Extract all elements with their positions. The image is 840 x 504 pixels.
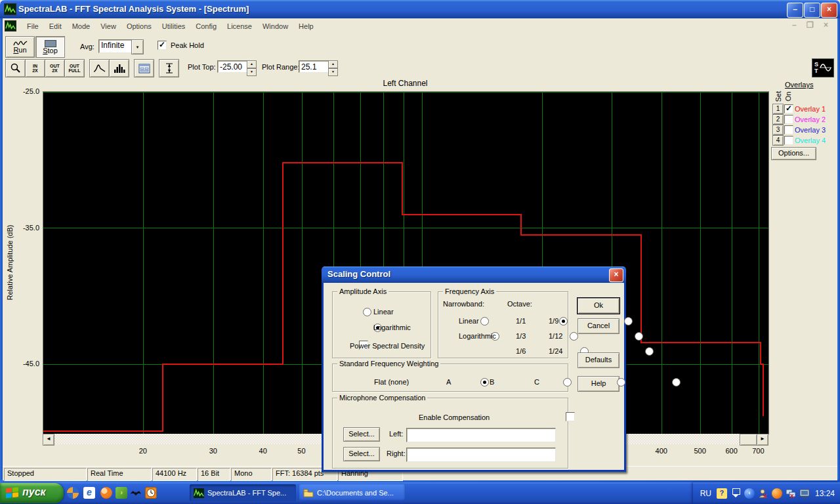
tray-help-icon[interactable]: ? [717,488,727,499]
tray-clock[interactable]: 13:24 [815,489,835,498]
weighting-b-radio[interactable] [617,378,625,387]
defaults-button[interactable]: Defaults [578,352,620,368]
help-button[interactable]: Help [578,376,620,392]
octave-1-24-radio[interactable] [645,347,654,356]
quicklaunch-green-app-icon[interactable]: › [116,487,127,499]
zoom-cursor-button[interactable] [5,59,26,77]
overlay-2-checkbox[interactable] [784,115,793,124]
tray-network-offline-icon[interactable]: x [786,488,796,499]
menu-window[interactable]: Window [257,20,293,32]
frequency-linear-radio[interactable] [480,317,489,326]
plot-top-spin-up[interactable]: ▲ [247,60,257,68]
right-file-label: Right: [387,450,406,457]
avg-dropdown[interactable]: Infinite [98,39,134,53]
ok-button[interactable]: Ok [578,298,620,314]
maximize-button[interactable]: □ [804,3,820,18]
status-sample-rate: 44100 Hz [152,468,197,481]
mdi-window-buttons[interactable]: – ❐ × [792,20,832,30]
dialog-close-button[interactable]: × [609,268,623,282]
overlay-1-set-button[interactable]: 1 [772,104,784,114]
octave-1-9-radio[interactable] [624,317,633,326]
menu-file[interactable]: File [22,20,44,32]
plot-range-spin-down[interactable]: ▼ [328,68,338,76]
tray-messenger-offline-icon[interactable]: x [758,488,768,499]
signal-generator-button[interactable]: S T [812,58,834,77]
zoom-out-2x-button[interactable]: OUT 2X [45,59,65,77]
amplitude-linear-radio[interactable] [363,308,371,316]
status-run-state: Stopped [4,468,87,481]
select-left-button[interactable]: Select... [343,427,380,442]
stop-button[interactable]: Stop [35,36,65,58]
left-file-input[interactable] [406,428,556,442]
plot-top-spin-down[interactable]: ▼ [247,68,257,76]
weighting-a-radio[interactable] [563,378,572,387]
weighting-a-label: A [446,378,451,386]
menu-options[interactable]: Options [121,20,157,32]
taskbar-button-explorer[interactable]: C:\Documents and Se... [299,484,406,501]
tray-orange-app-icon[interactable] [772,488,782,499]
avg-dropdown-arrow[interactable]: ▼ [131,39,144,54]
peak-hold-checkbox[interactable] [158,41,167,50]
spectrum-view-button[interactable] [89,59,110,77]
menu-utilities[interactable]: Utilities [157,20,190,32]
taskbar-button-spectralab[interactable]: SpectraLAB - FFT Spe... [190,484,296,501]
scroll-right-button[interactable]: ► [757,434,768,446]
plot-range-spin-up[interactable]: ▲ [328,60,338,68]
overlay-1-checkbox[interactable] [784,104,793,114]
y-axis-title: Relative Amplitude (dB) [6,225,14,301]
overlays-on-column-label: On [784,92,792,102]
svg-text:x: x [790,492,794,499]
overlay-4-set-button[interactable]: 4 [772,135,784,146]
quicklaunch-browser-icon[interactable]: e [83,487,95,499]
taskbar-button-explorer-label: C:\Documents and Se... [317,489,394,497]
quicklaunch-orange-app-icon[interactable] [100,487,112,499]
overlay-3-set-button[interactable]: 3 [772,125,784,135]
weighting-flat-radio[interactable] [480,378,489,387]
vertical-scale-button[interactable] [159,59,179,77]
weighting-c-radio[interactable] [672,378,681,387]
plot-top-input[interactable] [217,60,249,73]
quicklaunch-media-player-icon[interactable] [67,487,79,499]
menu-mode[interactable]: Mode [67,20,96,32]
select-right-button[interactable]: Select... [343,447,380,461]
octave-1-1-radio[interactable] [559,317,568,326]
start-button[interactable]: пуск [0,483,64,503]
menu-view[interactable]: View [95,20,121,32]
zoom-out-full-button[interactable]: OUT FULL [64,59,85,77]
zoom-in-2x-button[interactable]: IN 2X [25,59,45,77]
menu-license[interactable]: License [222,20,257,32]
quicklaunch-clock-icon[interactable] [145,487,157,499]
quicklaunch-bat-icon[interactable] [130,487,142,499]
overlay-4-checkbox[interactable] [784,136,793,145]
plot-range-input[interactable] [299,60,330,73]
tray-display-icon[interactable] [799,488,810,499]
overlay-3-checkbox[interactable] [784,125,793,135]
menu-config[interactable]: Config [190,20,222,32]
tray-collapse-chevron-icon[interactable]: ‹ [744,488,755,499]
overlay-2-set-button[interactable]: 2 [772,114,784,125]
plot-range-label: Plot Range: [262,63,299,71]
scrollbar-thumb[interactable] [740,434,757,446]
dialog-title-bar[interactable]: Scaling Control × [322,266,626,283]
weighting-b-label: B [490,378,494,386]
zoom-out-full-label-2: FULL [69,68,81,73]
minimize-button[interactable]: – [787,3,803,18]
run-button[interactable]: Run [5,36,35,58]
cancel-button[interactable]: Cancel [578,318,620,334]
menu-help[interactable]: Help [293,20,319,32]
plot-range-spinner[interactable]: ▲ ▼ [328,60,338,76]
bar-view-button[interactable] [109,59,129,77]
scroll-left-button[interactable]: ◄ [43,434,54,446]
display-options-button[interactable] [134,59,154,77]
right-file-input[interactable] [406,448,556,462]
enable-compensation-checkbox[interactable] [566,412,575,421]
language-indicator[interactable]: RU [698,488,713,499]
plot-top-spinner[interactable]: ▲ ▼ [247,60,257,76]
tray-window-icon[interactable] [730,488,741,499]
menu-edit[interactable]: Edit [44,20,67,32]
title-bar[interactable]: SpectraLAB - FFT Spectral Analysis Syste… [0,0,840,18]
close-button[interactable]: × [821,3,837,18]
overlays-options-button[interactable]: Options... [771,147,816,160]
overlay-4-label: Overlay 4 [795,136,826,144]
octave-1-12-radio[interactable] [635,332,643,341]
